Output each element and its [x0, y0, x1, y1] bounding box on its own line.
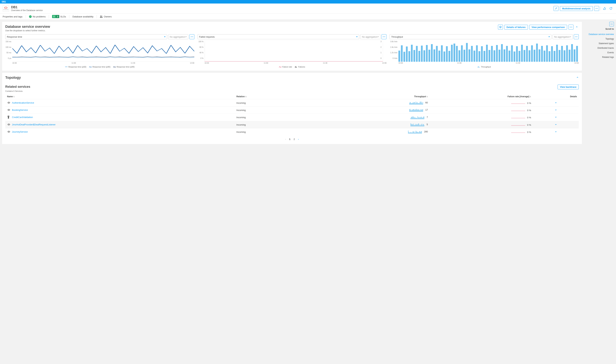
throughput-more-button[interactable] [574, 34, 579, 39]
svg-rect-124 [422, 104, 422, 105]
svg-rect-212 [412, 132, 412, 134]
scroll-nav-item[interactable]: Database service overview [584, 32, 614, 37]
owners-icon [100, 15, 103, 18]
service-icon [7, 101, 10, 105]
throughput-selector[interactable]: Throughput [390, 34, 551, 39]
expand-row-button[interactable] [533, 106, 579, 114]
svg-rect-213 [413, 131, 413, 134]
svg-rect-121 [420, 102, 421, 105]
svg-rect-208 [410, 132, 410, 134]
page-1[interactable]: 1 [289, 138, 290, 141]
failed-requests-aggregation[interactable]: No aggregation [360, 34, 380, 39]
collapse-overview-icon[interactable] [575, 26, 579, 29]
multidimensional-analysis-button[interactable]: Multidimensional analysis [560, 6, 593, 11]
col-name[interactable]: Name [5, 94, 235, 99]
svg-rect-216 [414, 133, 415, 134]
svg-rect-22 [296, 67, 297, 68]
service-link[interactable]: JmsHotDealProvider$DealRequestListener [12, 123, 56, 126]
table-row[interactable]: CreditCardValidationIncoming 7 0 % [5, 114, 579, 121]
db-availability-link[interactable]: Database availability [72, 15, 93, 18]
col-failure[interactable]: Failure rate [Average] [430, 94, 533, 99]
collapse-topology-icon[interactable] [576, 76, 579, 79]
expand-row-button[interactable] [533, 114, 579, 121]
page-next[interactable]: › [298, 138, 299, 141]
svg-rect-103 [410, 102, 410, 105]
svg-rect-35 [421, 46, 423, 62]
service-link[interactable]: CreditCardValidation [12, 116, 33, 118]
svg-rect-155 [411, 118, 411, 119]
expand-row-button[interactable] [533, 99, 579, 106]
svg-rect-31 [411, 45, 413, 62]
svg-rect-64 [494, 50, 495, 62]
scroll-nav-item[interactable]: Events [584, 50, 614, 55]
page-prev[interactable]: ‹ [285, 138, 286, 141]
svg-rect-138 [416, 109, 416, 112]
svg-rect-183 [412, 124, 413, 126]
refresh-button[interactable] [608, 6, 613, 11]
more-menu-button[interactable] [594, 6, 599, 11]
svg-rect-120 [420, 102, 420, 105]
svg-rect-191 [417, 125, 417, 126]
svg-rect-186 [414, 125, 414, 126]
expand-row-button[interactable] [533, 128, 579, 136]
properties-tags-link[interactable]: Properties and tags [3, 15, 23, 18]
thumbs-up-button[interactable] [602, 6, 607, 11]
svg-point-5 [54, 16, 54, 17]
response-time-selector[interactable]: Response time [5, 34, 167, 39]
col-throughput[interactable]: Throughput [327, 94, 430, 99]
svg-rect-114 [416, 103, 417, 105]
scroll-nav-item[interactable]: Topology [584, 37, 614, 41]
scroll-nav-item[interactable]: Distributed traces [584, 46, 614, 50]
service-link[interactable]: JourneyService [12, 130, 28, 133]
response-time-more-button[interactable] [189, 34, 194, 39]
table-row[interactable]: JourneyServiceIncoming 280 0 % [5, 128, 579, 136]
svg-rect-182 [412, 125, 412, 126]
service-link[interactable]: AuthenticationService [12, 101, 34, 104]
slos-link[interactable]: 2 SLOs [52, 15, 66, 18]
failed-requests-more-button[interactable] [381, 34, 386, 39]
svg-rect-177 [423, 117, 424, 119]
svg-rect-143 [419, 110, 419, 112]
table-row[interactable]: JmsHotDealProvider$DealRequestListenerIn… [5, 121, 579, 128]
svg-rect-157 [412, 117, 412, 119]
svg-point-0 [4, 7, 7, 8]
svg-rect-164 [416, 118, 416, 119]
pin-button[interactable] [553, 6, 559, 11]
performance-comparison-button[interactable]: View performance comparison [529, 25, 567, 29]
svg-rect-63 [491, 46, 493, 62]
details-failures-button[interactable]: Details of failures [504, 25, 528, 29]
overview-more-button[interactable] [568, 25, 573, 29]
svg-rect-30 [408, 51, 410, 62]
svg-rect-60 [484, 51, 485, 62]
scroll-nav-item[interactable]: Related logs [584, 55, 614, 59]
col-relation[interactable]: Relation [235, 94, 327, 99]
throughput-cell: 5 [327, 121, 430, 128]
expand-row-button[interactable] [533, 121, 579, 128]
failure-sparkline [511, 116, 525, 118]
page-2[interactable]: 2 [294, 138, 295, 141]
throughput-aggregation[interactable]: No aggregation [552, 34, 573, 39]
view-backtrace-button[interactable]: View backtrace [558, 85, 579, 89]
svg-rect-112 [415, 103, 416, 105]
breadcrumb: DB1 [0, 0, 616, 3]
svg-rect-198 [421, 125, 421, 126]
svg-rect-87 [551, 46, 553, 62]
svg-point-9 [571, 27, 571, 27]
response-time-aggregation[interactable]: No aggregation [168, 34, 188, 39]
svg-rect-166 [417, 118, 417, 119]
service-link[interactable]: BookingService [12, 108, 28, 111]
svg-rect-100 [479, 67, 480, 68]
collapse-sidenav-button[interactable] [609, 22, 614, 26]
failed-requests-selector[interactable]: Failed requests [197, 34, 359, 39]
svg-rect-115 [417, 102, 417, 105]
svg-rect-132 [412, 110, 413, 112]
table-row[interactable]: BookingServiceIncoming 17 0 % [5, 106, 579, 114]
owners-link[interactable]: Owners [100, 15, 112, 18]
svg-rect-94 [569, 50, 570, 62]
layers-button[interactable] [498, 25, 503, 29]
problems-status[interactable]: No problems [29, 15, 46, 18]
svg-rect-154 [9, 116, 9, 117]
scroll-nav-item[interactable]: Statement types [584, 41, 614, 46]
table-row[interactable]: AuthenticationServiceIncoming 60 0 % [5, 99, 579, 106]
svg-rect-167 [418, 116, 418, 119]
